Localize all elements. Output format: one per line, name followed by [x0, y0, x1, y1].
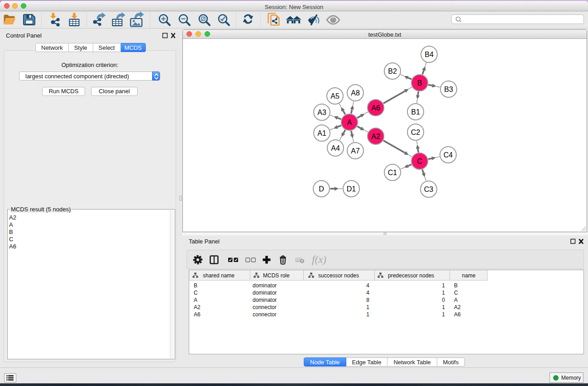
svg-text:C1: C1 [388, 169, 397, 176]
svg-text:A4: A4 [331, 144, 340, 152]
svg-text:A8: A8 [351, 89, 360, 97]
svg-text:D1: D1 [347, 185, 356, 193]
svg-text:B: B [417, 79, 422, 87]
svg-text:A1: A1 [317, 129, 326, 137]
svg-text:C2: C2 [411, 129, 421, 136]
svg-text:C: C [417, 157, 422, 165]
svg-text:A: A [347, 119, 352, 126]
svg-text:A3: A3 [317, 109, 326, 116]
svg-text:B4: B4 [425, 51, 434, 58]
svg-text:A5: A5 [330, 92, 339, 100]
svg-text:C4: C4 [444, 151, 453, 159]
svg-text:B2: B2 [388, 67, 397, 75]
svg-text:f(x): f(x) [312, 254, 326, 265]
svg-text:B3: B3 [444, 86, 453, 93]
svg-text:B1: B1 [411, 108, 420, 116]
svg-text:A2: A2 [371, 133, 380, 140]
svg-text:A6: A6 [371, 104, 380, 112]
svg-text:A7: A7 [351, 147, 360, 155]
svg-text:C3: C3 [424, 186, 434, 193]
svg-text:D: D [319, 185, 324, 193]
